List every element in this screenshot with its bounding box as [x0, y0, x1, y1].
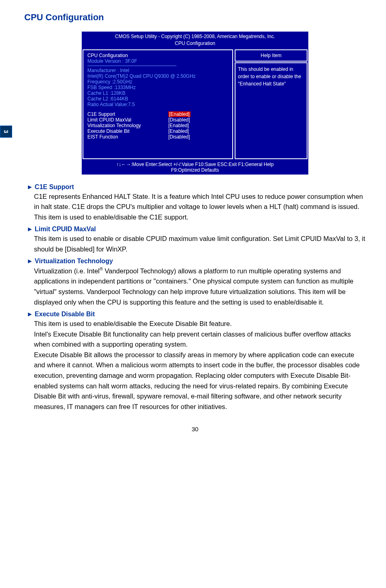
exec-para2: Intel's Execute Disable Bit functionalit… [34, 329, 366, 350]
item-header: ►Limit CPUID MaxVal [27, 226, 366, 233]
bios-cpu-name: Intel(R) Core(TM)2 Quad CPU Q9300 @ 2.50… [87, 73, 228, 79]
bios-option-label: EIST Function [87, 134, 168, 140]
bios-divider [87, 66, 176, 66]
content-area: CPU Configuration CMOS Setup Utility - C… [0, 0, 386, 449]
item-virtualization-technology: ►Virtualization Technology Virtualizatio… [34, 258, 366, 307]
bios-option-value: [Enabled] [168, 123, 189, 128]
arrow-icon: ► [27, 258, 33, 264]
bios-help-title: Help Item [235, 49, 308, 62]
bios-footer-line1: ↑↓←→:Move Enter:Select +/-/:Value F10:Sa… [85, 162, 305, 167]
bios-footer: ↑↓←→:Move Enter:Select +/-/:Value F10:Sa… [82, 160, 308, 175]
item-body: Virtualization (i.e. Intel® Vanderpool T… [34, 266, 366, 307]
bios-header-line1: CMOS Setup Utility - Copyright (C) 1985-… [82, 33, 308, 40]
bios-option-value: [Enabled] [168, 128, 189, 134]
bios-option-value: [Disabled] [168, 117, 190, 123]
bios-option-limit-cpuid-maxval[interactable]: Limit CPUID MaxVal [Disabled] [87, 117, 228, 123]
bios-config-title: CPU Configuration [87, 53, 228, 58]
bios-help-body: This should be enabled in order to enabl… [235, 62, 308, 159]
bios-cache-l1: Cache L1 :128KB [87, 90, 228, 96]
item-title: Limit CPUID MaxVal [35, 226, 96, 232]
bios-cache-l2: Cache L2 :6144KB [87, 96, 228, 102]
bios-option-execute-disable-bit[interactable]: Execute Disable Bit [Enabled] [87, 128, 228, 134]
item-title: Virtualization Technology [35, 258, 113, 264]
bios-option-value: [Disabled] [168, 134, 190, 140]
bios-header-line2: CPU Configuration [82, 40, 308, 47]
bios-main-panel: CPU Configuration Module Version : 3F.0F… [83, 49, 233, 159]
bios-module-version: Module Version : 3F.0F [87, 58, 228, 64]
item-header: ►C1E Support [27, 183, 366, 191]
bios-fsb-speed: FSB Speed :1333MHz [87, 85, 228, 90]
bios-option-virtualization-technology[interactable]: Virtualization Technology [Enabled] [87, 123, 228, 128]
page-tab: 3 [0, 126, 12, 138]
bios-footer-line2: F9:Optimized Defaults [85, 167, 305, 173]
arrow-icon: ► [27, 311, 33, 317]
arrow-icon: ► [27, 183, 33, 190]
bios-header: CMOS Setup Utility - Copyright (C) 1985-… [82, 32, 308, 49]
bios-option-label: Virtualization Technology [87, 123, 168, 128]
bios-frequency: Frequency :2.50GHz [87, 79, 228, 85]
bios-option-c1e-support[interactable]: C1E Support [Enabled] [87, 111, 228, 117]
bios-option-value: [Enabled] [168, 111, 191, 117]
item-limit-cpuid-maxval: ►Limit CPUID MaxVal This item is used to… [34, 226, 366, 254]
exec-para1: This item is used to enable/disable the … [34, 319, 366, 329]
exec-para3: Execute Disable Bit allows the processor… [34, 350, 366, 412]
item-header: ►Virtualization Technology [27, 258, 366, 265]
page-number: 30 [24, 426, 366, 432]
bios-manufacturer: Manufacturer : Intel [87, 68, 228, 73]
arrow-icon: ► [27, 226, 33, 232]
bios-option-eist-function[interactable]: EIST Function [Disabled] [87, 134, 228, 140]
registered-symbol: ® [100, 266, 103, 271]
bios-help-panel: Help Item This should be enabled in orde… [235, 49, 308, 159]
item-body: This item is used to enable/disable the … [34, 319, 366, 412]
item-title: Execute Disable Bit [35, 311, 95, 317]
bios-option-label: Execute Disable Bit [87, 128, 168, 134]
item-body: This item is used to enable or disable C… [34, 234, 366, 254]
bios-ratio: Ratio Actual Value:7.5 [87, 102, 228, 107]
item-body: C1E represents Enhanced HALT State. It i… [34, 192, 366, 223]
section-title: CPU Configuration [24, 12, 366, 23]
item-c1e-support: ►C1E Support C1E represents Enhanced HAL… [34, 183, 366, 223]
bios-screenshot: CMOS Setup Utility - Copyright (C) 1985-… [81, 31, 309, 175]
bios-option-label: C1E Support [87, 111, 168, 117]
item-execute-disable-bit: ►Execute Disable Bit This item is used t… [34, 311, 366, 412]
item-title: C1E Support [35, 183, 74, 190]
item-header: ►Execute Disable Bit [27, 311, 366, 318]
bios-option-label: Limit CPUID MaxVal [87, 117, 168, 123]
